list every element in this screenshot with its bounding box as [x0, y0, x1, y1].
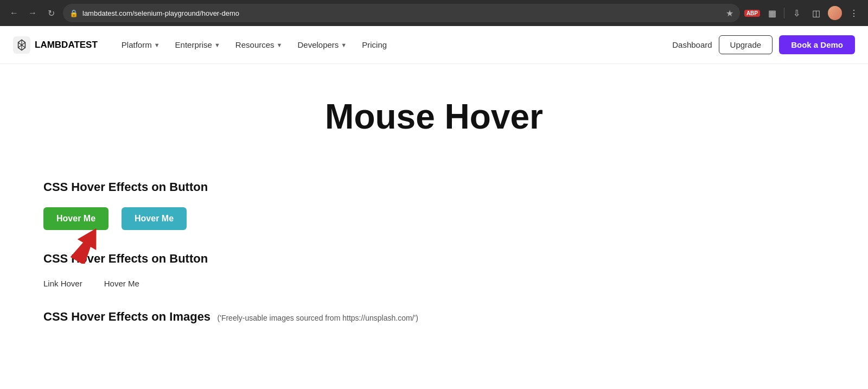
developers-label: Developers [297, 40, 339, 49]
upgrade-label: Upgrade [730, 40, 762, 49]
nav-links: Platform ▼ Enterprise ▼ Resources ▼ Deve… [115, 36, 672, 54]
svg-marker-1 [71, 226, 103, 264]
platform-chevron: ▼ [154, 42, 160, 48]
nav-enterprise[interactable]: Enterprise ▼ [169, 36, 227, 54]
book-demo-button[interactable]: Book a Demo [779, 35, 855, 54]
link-hover-text[interactable]: Link Hover [43, 279, 82, 288]
resources-label: Resources [235, 40, 275, 49]
dashboard-link[interactable]: Dashboard [672, 40, 712, 49]
section2: CSS Hover Effects on Button Link Hover H… [43, 252, 846, 288]
section3: CSS Hover Effects on Images ('Freely-usa… [43, 310, 846, 324]
back-button[interactable]: ← [7, 5, 22, 21]
extensions-icon[interactable]: ▦ [764, 5, 780, 21]
abp-badge: ABP [744, 10, 760, 17]
enterprise-chevron: ▼ [214, 42, 220, 48]
main-content: Mouse Hover CSS Hover Effects on Button … [0, 64, 868, 346]
red-arrow-icon [71, 226, 103, 264]
link-hover-row: Link Hover Hover Me [43, 279, 846, 288]
section1: CSS Hover Effects on Button Hover Me Hov… [43, 180, 846, 230]
nav-pricing[interactable]: Pricing [355, 36, 393, 54]
developers-chevron: ▼ [341, 42, 347, 48]
browser-chrome: ← → ↻ 🔒 ★ ABP ▦ ⇩ ◫ ⋮ [0, 0, 868, 26]
enterprise-label: Enterprise [175, 40, 212, 49]
hover-button-teal[interactable]: Hover Me [122, 207, 187, 230]
page-title: Mouse Hover [22, 97, 846, 137]
menu-icon[interactable]: ⋮ [846, 5, 861, 21]
hover-btn1-label: Hover Me [56, 214, 95, 223]
section2-title: CSS Hover Effects on Button [43, 252, 846, 266]
section3-subtitle: ('Freely-usable images sourced from http… [218, 314, 418, 322]
section1-title: CSS Hover Effects on Button [43, 180, 846, 194]
logo-icon [13, 36, 30, 54]
nav-actions: Dashboard Upgrade Book a Demo [672, 35, 855, 54]
hover-me-link[interactable]: Hover Me [104, 279, 139, 288]
profile-avatar[interactable] [828, 6, 842, 20]
nav-platform[interactable]: Platform ▼ [115, 36, 167, 54]
resources-chevron: ▼ [277, 42, 283, 48]
book-demo-label: Book a Demo [791, 40, 843, 49]
forward-button[interactable]: → [25, 5, 40, 21]
browser-nav-buttons: ← → ↻ [7, 5, 59, 21]
navbar: LAMBDATEST Platform ▼ Enterprise ▼ Resou… [0, 26, 868, 64]
nav-developers[interactable]: Developers ▼ [291, 36, 353, 54]
buttons-row: Hover Me Hover Me [43, 207, 846, 230]
divider [784, 8, 784, 18]
lock-icon: 🔒 [69, 9, 78, 17]
download-icon[interactable]: ⇩ [789, 5, 804, 21]
platform-label: Platform [122, 40, 152, 49]
logo[interactable]: LAMBDATEST [13, 36, 98, 54]
reload-button[interactable]: ↻ [43, 5, 59, 21]
dashboard-label: Dashboard [672, 40, 712, 49]
logo-text: LAMBDATEST [35, 40, 98, 50]
browser-actions: ABP ▦ ⇩ ◫ ⋮ [744, 5, 861, 21]
hover-btn2-label: Hover Me [135, 214, 174, 223]
pricing-label: Pricing [362, 40, 387, 49]
nav-resources[interactable]: Resources ▼ [229, 36, 289, 54]
upgrade-button[interactable]: Upgrade [719, 35, 773, 54]
address-bar-input[interactable] [82, 9, 722, 17]
section3-title: CSS Hover Effects on Images [43, 310, 210, 323]
bookmark-icon[interactable]: ★ [726, 8, 733, 18]
address-bar-container: 🔒 ★ [63, 4, 740, 22]
sidebar-icon[interactable]: ◫ [808, 5, 824, 21]
